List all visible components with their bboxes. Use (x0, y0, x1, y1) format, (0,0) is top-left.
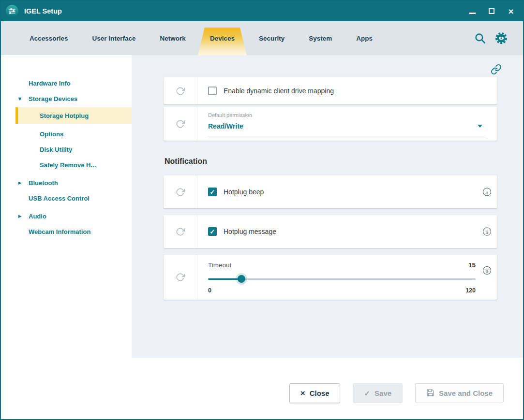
default-permission-label: Default permission (208, 112, 486, 118)
timeout-slider-fill (208, 278, 241, 280)
check-icon: ✓ (210, 188, 215, 196)
sidebar-item-hardware-info[interactable]: Hardware Info (1, 75, 132, 91)
window-controls: × (464, 4, 519, 18)
tab-network[interactable]: Network (148, 21, 198, 55)
hotplug-message-checkbox[interactable]: ✓ (208, 227, 217, 236)
dynamic-mapping-label: Enable dynamic client drive mapping (224, 87, 334, 95)
default-permission-select[interactable]: Read/Write (208, 120, 486, 136)
close-x-icon: × (300, 389, 305, 397)
hotplug-message-label: Hotplug message (224, 228, 276, 235)
tab-devices[interactable]: Devices (198, 21, 247, 55)
reset-icon[interactable] (164, 215, 197, 248)
tab-user-interface[interactable]: User Interface (80, 21, 148, 55)
tabbar-tools (474, 21, 523, 55)
info-icon[interactable]: i (483, 228, 491, 236)
sidebar-item-bluetooth[interactable]: ▸ Bluetooth (1, 175, 132, 190)
timeout-min: 0 (208, 287, 211, 294)
hotplug-beep-checkbox[interactable]: ✓ (208, 188, 217, 196)
main-area: Hardware Info ▾ Storage Devices Storage … (1, 55, 523, 358)
close-button[interactable]: × Close (289, 383, 341, 403)
tab-security[interactable]: Security (247, 21, 297, 55)
reset-icon[interactable] (164, 175, 197, 208)
sidebar-item-usb-access-control[interactable]: USB Access Control (1, 190, 132, 206)
default-permission-value: Read/Write (208, 122, 243, 130)
reset-icon[interactable] (164, 255, 197, 300)
close-window-button[interactable]: × (503, 4, 519, 18)
igel-logo-icon (5, 4, 19, 18)
reset-icon[interactable] (164, 107, 197, 141)
setting-card-default-permission: Default permission Read/Write (164, 107, 497, 141)
timeout-max: 120 (465, 287, 476, 294)
maximize-button[interactable] (483, 4, 500, 18)
info-icon[interactable]: i (483, 188, 491, 196)
sidebar-item-disk-utility[interactable]: Disk Utility (1, 142, 132, 157)
dropdown-caret-icon (478, 125, 482, 128)
timeout-value: 15 (468, 261, 476, 269)
sidebar-item-webcam-information[interactable]: Webcam Information (1, 224, 132, 239)
chevron-right-icon[interactable]: ▸ (18, 179, 21, 186)
gear-eye-icon[interactable] (494, 31, 509, 45)
maximize-icon (489, 8, 494, 14)
timeout-slider[interactable] (208, 275, 476, 283)
save-button[interactable]: ✓ Save (353, 383, 403, 403)
sidebar: Hardware Info ▾ Storage Devices Storage … (1, 55, 132, 358)
window-title: IGEL Setup (24, 7, 62, 15)
close-icon: × (508, 7, 513, 16)
tab-accessories[interactable]: Accessories (17, 21, 80, 55)
minimize-button[interactable] (464, 4, 480, 18)
setting-card-hotplug-beep: ✓ Hotplug beep i (164, 175, 497, 208)
timeout-label: Timeout (208, 261, 231, 269)
sidebar-item-safely-remove[interactable]: Safely Remove H... (1, 157, 132, 173)
sidebar-item-storage-devices[interactable]: ▾ Storage Devices (1, 91, 132, 106)
check-icon: ✓ (364, 389, 370, 398)
tab-apps[interactable]: Apps (344, 21, 385, 55)
reset-icon[interactable] (164, 77, 197, 104)
footer-bar: × Close ✓ Save Save and Close (1, 358, 523, 419)
chevron-down-icon[interactable]: ▾ (18, 95, 21, 102)
sidebar-item-audio[interactable]: ▸ Audio (1, 208, 132, 224)
settings-panel: Enable dynamic client drive mapping Defa… (132, 55, 523, 358)
tab-system[interactable]: System (297, 21, 344, 55)
section-title-notification: Notification (165, 157, 497, 166)
sidebar-item-storage-hotplug[interactable]: Storage Hotplug (15, 107, 132, 124)
setting-card-hotplug-message: ✓ Hotplug message i (164, 215, 497, 248)
save-and-close-button[interactable]: Save and Close (415, 383, 504, 403)
dynamic-mapping-checkbox[interactable] (208, 87, 217, 95)
hotplug-beep-label: Hotplug beep (224, 188, 264, 196)
minimize-icon (469, 13, 476, 14)
igel-setup-window: IGEL Setup × Accessories User Interface … (0, 0, 524, 420)
timeout-slider-thumb[interactable] (238, 275, 245, 283)
info-icon[interactable]: i (483, 266, 491, 275)
setting-card-timeout: Timeout 15 0 120 i (164, 255, 497, 300)
slider-track[interactable] (208, 278, 476, 280)
chevron-right-icon[interactable]: ▸ (18, 213, 21, 219)
save-disk-icon (426, 389, 434, 398)
link-icon[interactable] (491, 64, 502, 77)
tab-bar: Accessories User Interface Network Devic… (1, 21, 523, 55)
check-icon: ✓ (210, 228, 215, 235)
sidebar-item-options[interactable]: Options (1, 126, 132, 142)
title-bar: IGEL Setup × (1, 1, 523, 21)
setting-card-dynamic-mapping: Enable dynamic client drive mapping (164, 77, 497, 104)
search-icon[interactable] (474, 32, 486, 44)
